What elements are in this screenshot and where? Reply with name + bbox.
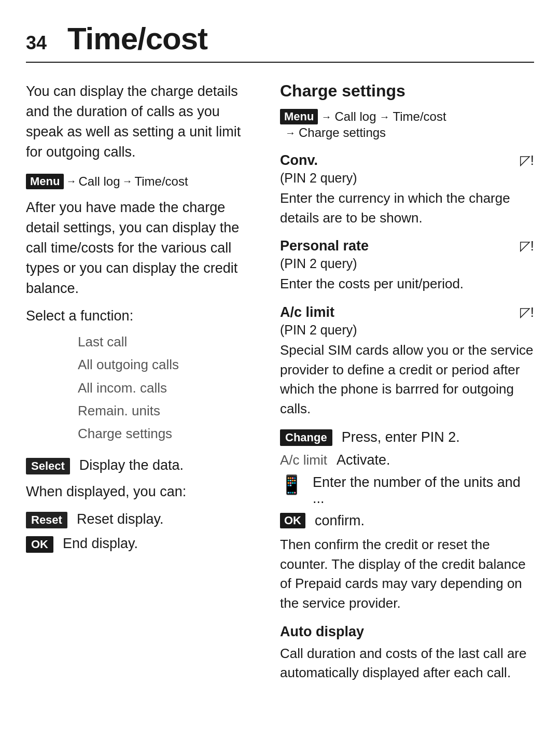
personal-rate-pin-icon: ◸! bbox=[520, 238, 534, 254]
menu-button-label: Menu bbox=[26, 174, 64, 189]
ok-action-row: OK End display. bbox=[26, 536, 249, 553]
list-item: All incom. calls bbox=[78, 376, 249, 399]
charge-menu-path: Menu → Call log → Time/cost → Charge set… bbox=[280, 109, 534, 140]
personal-rate-subsection: Personal rate ◸! (PIN 2 query) Enter the… bbox=[280, 238, 534, 294]
keypad-action-row: 📱 Enter the number of the units and ... bbox=[280, 474, 534, 507]
conv-subsection: Conv. ◸! (PIN 2 query) Enter the currenc… bbox=[280, 152, 534, 228]
intro-text: You can display the charge details and t… bbox=[26, 81, 249, 163]
right-column: Charge settings Menu → Call log → Time/c… bbox=[280, 81, 534, 693]
charge-path-line2: → Charge settings bbox=[285, 125, 534, 140]
change-action-row: Change Press, enter PIN 2. bbox=[280, 429, 534, 446]
page-title: Time/cost bbox=[67, 21, 207, 57]
arrow-icon-2: → bbox=[122, 175, 133, 187]
ok-action-text: End display. bbox=[63, 536, 138, 552]
menu-path-1: Menu → Call log → Time/cost bbox=[26, 174, 188, 189]
list-item: Remain. units bbox=[78, 399, 249, 422]
select-function-label: Select a function: bbox=[26, 308, 249, 324]
page-header: 34 Time/cost bbox=[26, 21, 534, 63]
after-text: After you have made the charge detail se… bbox=[26, 198, 249, 299]
conv-title: Conv. bbox=[280, 152, 318, 169]
charge-calllog: Call log bbox=[334, 109, 376, 124]
charge-arrow-1: → bbox=[321, 111, 331, 123]
conv-pin-query: (PIN 2 query) bbox=[280, 171, 534, 186]
select-action-text: Display the data. bbox=[79, 457, 184, 473]
ac-limit-text: Special SIM cards allow you or the servi… bbox=[280, 341, 534, 419]
timecost-label: Time/cost bbox=[135, 174, 188, 189]
ac-limit-pin-icon: ◸! bbox=[520, 304, 534, 320]
list-item: Last call bbox=[78, 330, 249, 353]
conv-pin-icon: ◸! bbox=[520, 152, 534, 169]
charge-settings-path: Charge settings bbox=[299, 125, 386, 140]
personal-rate-title: Personal rate bbox=[280, 238, 369, 254]
ac-limit-key: A/c limit bbox=[280, 452, 327, 468]
page-number: 34 bbox=[26, 32, 47, 54]
bottom-text: Then confirm the credit or reset the cou… bbox=[280, 535, 534, 613]
personal-rate-pin-query: (PIN 2 query) bbox=[280, 256, 534, 271]
ac-limit-activate-text: Activate. bbox=[337, 452, 390, 468]
charge-timecost: Time/cost bbox=[393, 109, 446, 124]
ac-limit-pin-query: (PIN 2 query) bbox=[280, 323, 534, 338]
charge-arrow-3: → bbox=[285, 127, 296, 139]
function-list: Last call All outgoing calls All incom. … bbox=[78, 330, 249, 445]
list-item: All outgoing calls bbox=[78, 353, 249, 376]
ok-confirm-text: confirm. bbox=[315, 513, 365, 529]
left-column: You can display the charge details and t… bbox=[26, 81, 249, 693]
auto-display-text: Call duration and costs of the last call… bbox=[280, 644, 534, 683]
auto-display-subsection: Auto display Call duration and costs of … bbox=[280, 624, 534, 683]
ok-key[interactable]: OK bbox=[26, 536, 53, 553]
change-action-text: Press, enter PIN 2. bbox=[342, 429, 460, 445]
auto-display-title: Auto display bbox=[280, 624, 534, 640]
reset-action-text: Reset display. bbox=[77, 511, 164, 527]
arrow-icon-1: → bbox=[66, 175, 76, 187]
keypad-action-text: Enter the number of the units and ... bbox=[313, 474, 534, 507]
ac-limit-subsection: A/c limit ◸! (PIN 2 query) Special SIM c… bbox=[280, 304, 534, 419]
charge-menu-btn: Menu bbox=[280, 109, 318, 124]
ac-limit-header: A/c limit ◸! bbox=[280, 304, 534, 320]
call-log-label: Call log bbox=[78, 174, 120, 189]
reset-action-row: Reset Reset display. bbox=[26, 511, 249, 528]
select-action-row: Select Display the data. bbox=[26, 457, 249, 474]
ac-limit-title: A/c limit bbox=[280, 304, 334, 320]
charge-path-line1: Menu → Call log → Time/cost bbox=[280, 109, 534, 124]
ac-limit-action-row: A/c limit Activate. bbox=[280, 452, 534, 468]
ok-confirm-row: OK confirm. bbox=[280, 513, 534, 529]
ok-confirm-key[interactable]: OK bbox=[280, 513, 305, 528]
keypad-icon: 📱 bbox=[280, 476, 303, 494]
personal-rate-header: Personal rate ◸! bbox=[280, 238, 534, 254]
change-key[interactable]: Change bbox=[280, 429, 332, 446]
conv-text: Enter the currency in which the charge d… bbox=[280, 189, 534, 228]
list-item: Charge settings bbox=[78, 422, 249, 445]
charge-settings-title: Charge settings bbox=[280, 81, 534, 101]
content-area: You can display the charge details and t… bbox=[26, 81, 534, 693]
select-key[interactable]: Select bbox=[26, 458, 70, 474]
conv-header: Conv. ◸! bbox=[280, 152, 534, 169]
when-displayed-text: When displayed, you can: bbox=[26, 482, 249, 502]
reset-key[interactable]: Reset bbox=[26, 512, 67, 528]
charge-arrow-2: → bbox=[380, 111, 390, 123]
personal-rate-text: Enter the costs per unit/period. bbox=[280, 274, 534, 294]
